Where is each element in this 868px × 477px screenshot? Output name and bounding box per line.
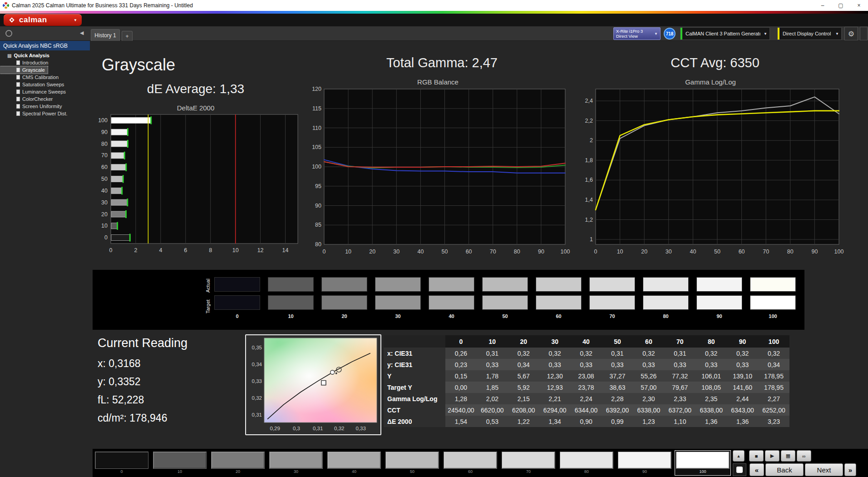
pattern-patch-10[interactable]: 10 xyxy=(152,450,208,476)
table-row-label: y: CIE31 xyxy=(384,359,445,370)
maximize-button[interactable]: ▢ xyxy=(832,0,850,11)
pattern-patch-40[interactable]: 40 xyxy=(326,450,382,476)
table-cell: 0,31 xyxy=(664,348,695,359)
settings-gear-button[interactable]: ⚙ xyxy=(844,27,858,40)
table-cell: 0,26 xyxy=(445,348,477,359)
add-tab-button[interactable]: + xyxy=(122,31,133,41)
pattern-patch-90[interactable]: 90 xyxy=(616,450,673,476)
svg-text:1,4: 1,4 xyxy=(585,197,593,203)
pattern-patch-30[interactable]: 30 xyxy=(268,450,324,476)
chart-title-rgb-balance: RGB Balance xyxy=(305,78,571,86)
edge-panel-button[interactable] xyxy=(860,27,868,40)
back-button[interactable]: Back xyxy=(765,463,804,476)
table-row: Y0,151,785,6712,3023,0837,2755,2677,3210… xyxy=(384,370,789,382)
patch-swatch xyxy=(327,452,381,469)
pattern-up-button[interactable]: ▲ xyxy=(733,450,745,462)
table-cell: 0,31 xyxy=(602,348,633,359)
svg-text:70: 70 xyxy=(101,152,108,159)
sidebar-root-quick-analysis[interactable]: ▤ Quick Analysis xyxy=(0,52,90,59)
back-chevrons-button[interactable]: « xyxy=(750,463,764,476)
pattern-patch-50[interactable]: 50 xyxy=(384,450,440,476)
meter-dropdown[interactable]: X-Rite i1Pro 3 Direct View ▼ xyxy=(613,27,661,40)
swatch-column-label: 10 xyxy=(268,313,314,320)
pattern-patch-0[interactable]: 0 xyxy=(94,450,150,476)
continuous-mode-button[interactable]: ∞ xyxy=(797,450,811,462)
sidebar-item-label: Luminance Sweeps xyxy=(22,89,66,94)
pattern-patch-100[interactable]: 100 xyxy=(675,450,731,476)
play-button[interactable]: ▶ xyxy=(765,450,779,462)
sidebar-item-luminance-sweeps[interactable]: Luminance Sweeps xyxy=(0,88,69,95)
svg-text:12: 12 xyxy=(257,247,264,253)
next-button[interactable]: Next xyxy=(805,463,843,476)
svg-text:50: 50 xyxy=(714,248,720,255)
table-cell: 5,67 xyxy=(508,370,539,382)
pattern-patch-70[interactable]: 70 xyxy=(500,450,557,476)
sidebar-collapse-button[interactable]: ◀ xyxy=(80,30,84,36)
sidebar-item-spectral-power-dist-[interactable]: Spectral Power Dist. xyxy=(0,110,70,117)
svg-text:10: 10 xyxy=(232,247,239,253)
table-cell: 12,30 xyxy=(539,370,571,382)
table-cell: 178,95 xyxy=(758,370,789,382)
sidebar-item-introduction[interactable]: Introduction xyxy=(0,59,51,66)
table-cell: 0,33 xyxy=(727,359,758,370)
save-button[interactable]: ▦ xyxy=(781,450,795,462)
tab-history-1[interactable]: History 1 xyxy=(91,29,120,41)
table-cell: 79,67 xyxy=(664,382,695,393)
chart-title-gamma: Gamma Log/Log xyxy=(577,78,844,86)
sidebar-item-saturation-sweeps[interactable]: Saturation Sweeps xyxy=(0,81,67,88)
patch-label: 60 xyxy=(444,469,497,474)
meter-name: X-Rite i1Pro 3 Direct View xyxy=(616,29,643,39)
table-column-header: 20 xyxy=(508,335,539,348)
table-column-header: 50 xyxy=(602,335,633,348)
actual-swatch-60 xyxy=(536,277,582,292)
sidebar-tree: ▤ Quick Analysis IntroductionGrayscaleCM… xyxy=(0,52,90,117)
patch-label: 50 xyxy=(385,469,439,474)
display-control-dropdown[interactable]: Direct Display Control ▼ xyxy=(777,27,842,40)
table-row: Gamma Log/Log1,282,022,152,212,242,282,3… xyxy=(384,393,789,404)
table-cell: 6344,00 xyxy=(571,404,602,416)
actual-swatch-10 xyxy=(268,277,314,292)
pattern-patch-60[interactable]: 60 xyxy=(442,450,498,476)
patch-swatch xyxy=(269,452,323,469)
table-row: CCT24540,006620,006208,006294,006344,006… xyxy=(384,404,789,416)
table-cell: 37,27 xyxy=(602,370,633,382)
pattern-generator-dropdown[interactable]: CalMAN Client 3 Pattern Generator ▼ xyxy=(680,27,770,40)
minimize-button[interactable]: – xyxy=(814,0,832,11)
patch-row: 0102030405060708090100 xyxy=(94,450,731,476)
svg-text:4: 4 xyxy=(159,247,162,253)
page-title: Grayscale xyxy=(102,55,175,75)
meter-status-badge[interactable]: 718 xyxy=(664,28,676,40)
pattern-patch-80[interactable]: 80 xyxy=(558,450,615,476)
svg-text:105: 105 xyxy=(312,144,321,150)
sidebar-item-cms-calibration[interactable]: CMS Calibration xyxy=(0,74,61,81)
reading-cdm2: cd/m²: 178,946 xyxy=(98,412,187,424)
deltae-chart: 100908070605040302010002468101214 xyxy=(89,113,302,256)
yellow-accent xyxy=(778,28,779,40)
table-cell: 0,32 xyxy=(727,348,758,359)
table-cell: 0,32 xyxy=(539,348,571,359)
sidebar-item-grayscale[interactable]: Grayscale xyxy=(0,66,48,74)
next-chevrons-button[interactable]: » xyxy=(844,463,856,476)
actual-swatch-20 xyxy=(321,277,367,292)
sidebar-item-screen-uniformity[interactable]: Screen Uniformity xyxy=(0,103,64,110)
svg-text:30: 30 xyxy=(666,248,672,255)
patch-swatch xyxy=(444,452,497,469)
stop-button[interactable]: ■ xyxy=(749,450,764,462)
svg-text:100: 100 xyxy=(834,248,844,255)
patch-swatch xyxy=(618,452,671,469)
close-button[interactable]: × xyxy=(850,0,868,11)
sidebar-item-colorchecker[interactable]: ColorChecker xyxy=(0,95,55,103)
pattern-patch-20[interactable]: 20 xyxy=(210,450,266,476)
svg-text:20: 20 xyxy=(641,248,647,255)
sidebar-item-label: Introduction xyxy=(22,60,48,65)
target-swatch-30 xyxy=(375,295,421,310)
table-cell: 2,44 xyxy=(727,393,758,404)
session-options-button[interactable] xyxy=(5,30,12,37)
table-cell: 2,30 xyxy=(633,393,664,404)
pattern-window-button[interactable] xyxy=(733,463,746,476)
table-cell: 2,33 xyxy=(664,393,695,404)
calman-menu-button[interactable]: calman ▼ xyxy=(4,14,82,26)
table-cell: 6343,00 xyxy=(727,404,758,416)
document-icon xyxy=(16,75,20,80)
svg-text:2,2: 2,2 xyxy=(585,118,593,124)
